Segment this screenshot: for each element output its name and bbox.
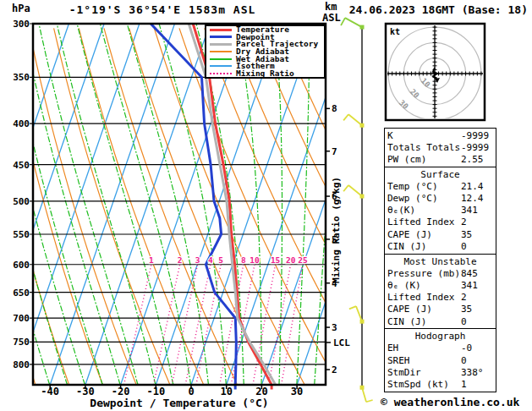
stat-row: θₑ(K)341 [387,205,493,216]
stat-label: Pressure (mb) [387,268,461,280]
stat-row: Lifted Index2 [387,292,493,304]
stat-row: θₑ (K)341 [387,280,493,292]
svg-text:LCL: LCL [333,337,350,348]
stat-value: 35 [461,229,472,241]
stat-row: Dewp (°C)12.4 [387,193,493,205]
stat-value: 338° [461,367,484,379]
stat-label: CAPE (J) [387,304,461,315]
stat-label: Temp (°C) [387,181,461,193]
legend-label: Mixing Ratio [236,70,294,77]
stat-value: 2 [461,292,467,304]
stat-value: 845 [461,268,478,280]
svg-text:400: 400 [13,118,30,129]
table-most-unstable-title: Most Unstable [387,256,493,268]
svg-text:-30: -30 [76,386,95,397]
table-most-unstable: Most UnstablePressure (mb)845θₑ (K)341Li… [384,254,496,330]
mixing-ratio-axis-title: Mixing Ratio (g/kg) [331,177,342,283]
hodograph: 102030kt [386,24,485,120]
svg-text:4: 4 [208,255,213,265]
table-indices: K-9999Totals Totals-9999PW (cm)2.55 [384,128,496,168]
x-axis-title: Dewpoint / Temperature (°C) [52,397,306,409]
table-surface: SurfaceTemp (°C)21.4Dewp (°C)12.4θₑ(K)34… [384,167,496,255]
stat-value: 1 [461,379,467,391]
stat-value: 2 [461,216,467,228]
stat-value: 341 [461,280,478,292]
svg-text:650: 650 [13,288,30,299]
copyright: © weatheronline.co.uk [381,396,519,408]
svg-text:8: 8 [241,255,246,265]
stat-label: Dewp (°C) [387,193,461,205]
stat-value: 21.4 [461,181,484,193]
stat-label: θₑ(K) [387,205,461,216]
svg-text:550: 550 [13,229,30,240]
stat-label: EH [387,342,461,354]
stat-value: 0 [461,355,467,367]
stat-value: 2.55 [461,154,484,166]
svg-text:500: 500 [13,196,30,207]
svg-text:-10: -10 [146,386,165,397]
svg-text:8: 8 [332,103,337,114]
svg-text:600: 600 [13,260,30,271]
legend-line-sample [210,65,232,67]
stat-label: SREH [387,355,461,367]
legend-line-sample [210,73,232,74]
svg-text:3: 3 [332,322,337,333]
svg-text:2: 2 [178,255,183,265]
stat-label: Lifted Index [387,216,461,228]
svg-text:2: 2 [332,364,337,375]
svg-text:5: 5 [218,255,223,265]
legend: TemperatureDewpointParcel TrajectoryDry … [205,25,326,79]
stat-row: EH-0 [387,342,493,354]
stat-row: SREH0 [387,355,493,367]
table-hodograph: HodographEH-0SREH0StmDir338°StmSpd (kt)1 [384,328,496,392]
stat-row: CIN (J)0 [387,316,493,328]
svg-text:7: 7 [332,146,337,157]
stat-value: 0 [461,241,467,253]
legend-line-sample [210,43,232,46]
stat-row: CIN (J)0 [387,241,493,253]
stat-row: Lifted Index2 [387,216,493,228]
stat-label: CIN (J) [387,316,461,328]
stat-label: StmSpd (kt) [387,379,461,391]
chart-title: -1°19'S 36°54'E 1583m ASL [34,3,291,16]
svg-text:0: 0 [188,386,194,397]
stat-label: Lifted Index [387,292,461,304]
stat-row: CAPE (J)35 [387,229,493,241]
legend-item: Mixing Ratio [210,70,324,77]
stat-row: CAPE (J)35 [387,304,493,315]
stat-value: 35 [461,304,472,315]
legend-line-sample [210,29,232,31]
stat-row: StmDir338° [387,367,493,379]
table-hodograph-title: Hodograph [387,331,493,342]
svg-text:-20: -20 [112,386,130,397]
svg-text:15: 15 [271,255,281,265]
stat-value: 341 [461,205,478,216]
stat-value: 12.4 [461,193,484,205]
stat-row: Temp (°C)21.4 [387,181,493,193]
stat-label: StmDir [387,367,461,379]
stat-value: -9999 [461,130,489,142]
stat-row: Pressure (mb)845 [387,268,493,280]
stats-panel: K-9999Totals Totals-9999PW (cm)2.55Surfa… [384,129,496,392]
svg-text:3: 3 [195,255,200,265]
stat-row: K-9999 [387,130,493,142]
altitude-axis-unit-km: km [325,1,337,13]
svg-text:20: 20 [255,386,267,397]
stat-label: Totals Totals [387,142,461,154]
svg-text:10: 10 [220,386,232,397]
datetime-label: 24.06.2023 18GMT (Base: 18) [349,3,528,16]
legend-line-sample [210,51,232,52]
svg-text:kt: kt [390,27,400,36]
svg-text:800: 800 [13,359,30,370]
stat-label: CIN (J) [387,241,461,253]
stat-label: θₑ (K) [387,280,461,292]
stat-value: 0 [461,316,467,328]
stat-row: Totals Totals-9999 [387,142,493,154]
svg-text:20: 20 [286,255,296,265]
legend-line-sample [210,36,232,38]
stat-label: PW (cm) [387,154,461,166]
stat-value: -0 [461,342,472,354]
stat-row: PW (cm)2.55 [387,154,493,166]
svg-text:300: 300 [13,19,30,30]
stat-label: K [387,130,461,142]
